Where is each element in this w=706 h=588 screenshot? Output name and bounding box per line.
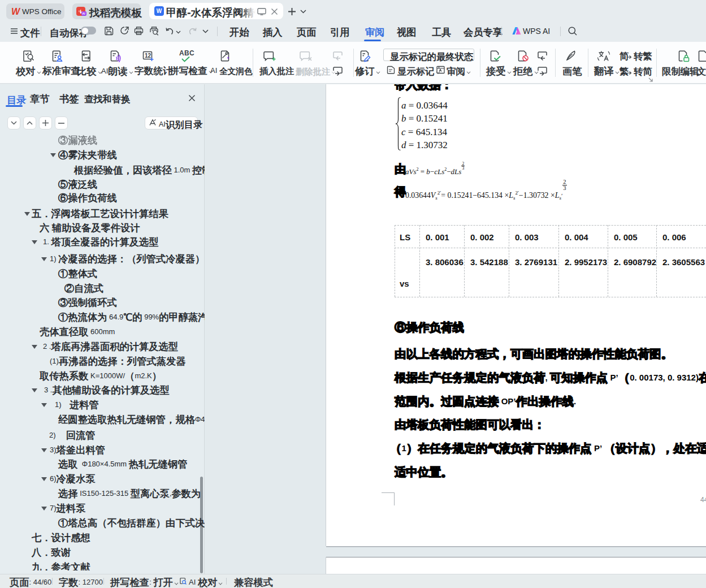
svg-text:12: 12	[145, 53, 151, 59]
